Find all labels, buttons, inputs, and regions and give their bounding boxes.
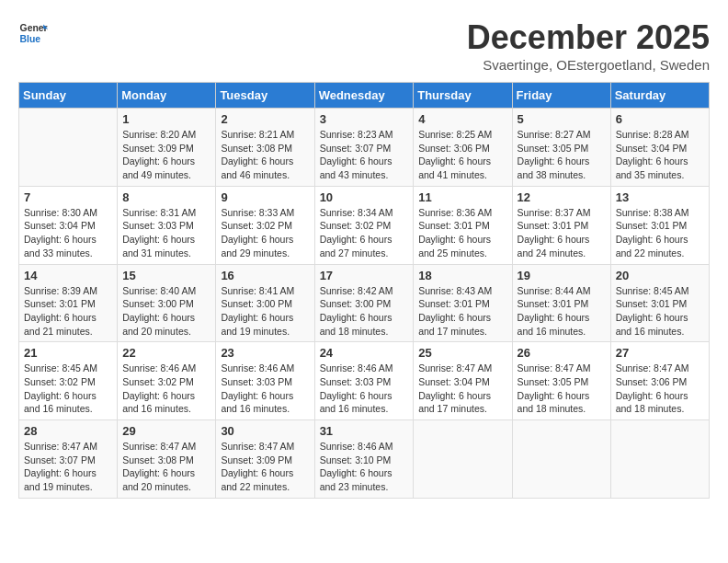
day-number: 24 <box>320 346 409 360</box>
calendar-cell: 25Sunrise: 8:47 AM Sunset: 3:04 PM Dayli… <box>414 342 512 420</box>
calendar-cell: 9Sunrise: 8:33 AM Sunset: 3:02 PM Daylig… <box>216 186 314 264</box>
day-info: Sunrise: 8:40 AM Sunset: 3:00 PM Dayligh… <box>122 284 210 339</box>
calendar-cell: 7Sunrise: 8:30 AM Sunset: 3:04 PM Daylig… <box>19 186 118 264</box>
day-info: Sunrise: 8:31 AM Sunset: 3:03 PM Dayligh… <box>122 206 210 260</box>
calendar-week-4: 28Sunrise: 8:47 AM Sunset: 3:07 PM Dayli… <box>19 420 710 499</box>
calendar-cell: 18Sunrise: 8:43 AM Sunset: 3:01 PM Dayli… <box>414 264 512 342</box>
calendar-cell <box>610 420 709 499</box>
calendar-table: SundayMondayTuesdayWednesdayThursdayFrid… <box>18 82 710 499</box>
calendar-cell: 17Sunrise: 8:42 AM Sunset: 3:00 PM Dayli… <box>314 264 414 342</box>
subtitle: Svaertinge, OEstergoetland, Sweden <box>467 57 710 73</box>
calendar-cell: 2Sunrise: 8:21 AM Sunset: 3:08 PM Daylig… <box>216 109 314 187</box>
day-info: Sunrise: 8:45 AM Sunset: 3:02 PM Dayligh… <box>24 362 112 416</box>
day-info: Sunrise: 8:38 AM Sunset: 3:01 PM Dayligh… <box>616 206 704 260</box>
day-number: 3 <box>320 112 409 126</box>
day-number: 31 <box>320 424 409 438</box>
day-info: Sunrise: 8:46 AM Sunset: 3:10 PM Dayligh… <box>320 440 409 494</box>
calendar-cell: 29Sunrise: 8:47 AM Sunset: 3:08 PM Dayli… <box>118 420 216 499</box>
main-title: December 2025 <box>467 18 710 57</box>
day-info: Sunrise: 8:33 AM Sunset: 3:02 PM Dayligh… <box>221 206 309 260</box>
day-info: Sunrise: 8:39 AM Sunset: 3:01 PM Dayligh… <box>24 284 112 339</box>
day-info: Sunrise: 8:30 AM Sunset: 3:04 PM Dayligh… <box>24 206 112 260</box>
day-number: 22 <box>122 346 210 360</box>
day-info: Sunrise: 8:44 AM Sunset: 3:01 PM Dayligh… <box>518 284 606 339</box>
calendar-cell: 28Sunrise: 8:47 AM Sunset: 3:07 PM Dayli… <box>19 420 118 499</box>
day-info: Sunrise: 8:43 AM Sunset: 3:01 PM Dayligh… <box>418 284 506 339</box>
calendar-cell <box>19 109 118 187</box>
day-number: 9 <box>221 190 309 204</box>
day-number: 23 <box>221 346 309 360</box>
day-number: 4 <box>418 112 506 126</box>
day-info: Sunrise: 8:27 AM Sunset: 3:05 PM Dayligh… <box>518 128 606 182</box>
calendar-week-2: 14Sunrise: 8:39 AM Sunset: 3:01 PM Dayli… <box>19 264 710 342</box>
calendar-cell: 10Sunrise: 8:34 AM Sunset: 3:02 PM Dayli… <box>314 186 414 264</box>
day-info: Sunrise: 8:46 AM Sunset: 3:03 PM Dayligh… <box>320 362 409 416</box>
calendar-cell: 19Sunrise: 8:44 AM Sunset: 3:01 PM Dayli… <box>512 264 610 342</box>
calendar-cell: 31Sunrise: 8:46 AM Sunset: 3:10 PM Dayli… <box>314 420 414 499</box>
calendar-cell: 16Sunrise: 8:41 AM Sunset: 3:00 PM Dayli… <box>216 264 314 342</box>
col-header-wednesday: Wednesday <box>314 83 414 109</box>
day-number: 19 <box>518 269 606 282</box>
day-info: Sunrise: 8:47 AM Sunset: 3:07 PM Dayligh… <box>24 440 112 494</box>
day-info: Sunrise: 8:41 AM Sunset: 3:00 PM Dayligh… <box>221 284 309 339</box>
logo: General Blue <box>18 18 48 48</box>
day-number: 13 <box>616 190 704 204</box>
day-number: 7 <box>24 190 112 204</box>
day-number: 28 <box>24 424 112 438</box>
day-info: Sunrise: 8:47 AM Sunset: 3:08 PM Dayligh… <box>122 440 210 494</box>
logo-icon: General Blue <box>18 18 48 48</box>
day-number: 14 <box>24 269 112 282</box>
calendar-cell: 27Sunrise: 8:47 AM Sunset: 3:06 PM Dayli… <box>610 342 709 420</box>
day-info: Sunrise: 8:46 AM Sunset: 3:02 PM Dayligh… <box>122 362 210 416</box>
day-number: 20 <box>616 269 704 282</box>
page-header: General Blue December 2025 Svaertinge, O… <box>18 18 710 73</box>
day-info: Sunrise: 8:47 AM Sunset: 3:04 PM Dayligh… <box>418 362 506 416</box>
day-number: 2 <box>221 112 309 126</box>
day-info: Sunrise: 8:21 AM Sunset: 3:08 PM Dayligh… <box>221 128 309 182</box>
day-number: 17 <box>320 269 409 282</box>
day-info: Sunrise: 8:36 AM Sunset: 3:01 PM Dayligh… <box>418 206 506 260</box>
calendar-cell: 22Sunrise: 8:46 AM Sunset: 3:02 PM Dayli… <box>118 342 216 420</box>
day-number: 18 <box>418 269 506 282</box>
calendar-cell <box>414 420 512 499</box>
day-number: 15 <box>122 269 210 282</box>
col-header-friday: Friday <box>512 83 610 109</box>
calendar-cell: 4Sunrise: 8:25 AM Sunset: 3:06 PM Daylig… <box>414 109 512 187</box>
calendar-header-row: SundayMondayTuesdayWednesdayThursdayFrid… <box>19 83 710 109</box>
day-number: 25 <box>418 346 506 360</box>
day-number: 6 <box>616 112 704 126</box>
day-info: Sunrise: 8:28 AM Sunset: 3:04 PM Dayligh… <box>616 128 704 182</box>
day-number: 10 <box>320 190 409 204</box>
day-number: 29 <box>122 424 210 438</box>
col-header-thursday: Thursday <box>414 83 512 109</box>
day-number: 30 <box>221 424 309 438</box>
day-info: Sunrise: 8:46 AM Sunset: 3:03 PM Dayligh… <box>221 362 309 416</box>
col-header-sunday: Sunday <box>19 83 118 109</box>
svg-text:Blue: Blue <box>20 34 41 44</box>
calendar-cell: 3Sunrise: 8:23 AM Sunset: 3:07 PM Daylig… <box>314 109 414 187</box>
calendar-week-0: 1Sunrise: 8:20 AM Sunset: 3:09 PM Daylig… <box>19 109 710 187</box>
col-header-tuesday: Tuesday <box>216 83 314 109</box>
col-header-monday: Monday <box>118 83 216 109</box>
day-info: Sunrise: 8:47 AM Sunset: 3:05 PM Dayligh… <box>518 362 606 416</box>
day-info: Sunrise: 8:45 AM Sunset: 3:01 PM Dayligh… <box>616 284 704 339</box>
col-header-saturday: Saturday <box>610 83 709 109</box>
calendar-cell: 11Sunrise: 8:36 AM Sunset: 3:01 PM Dayli… <box>414 186 512 264</box>
day-number: 16 <box>221 269 309 282</box>
day-number: 12 <box>518 190 606 204</box>
day-info: Sunrise: 8:20 AM Sunset: 3:09 PM Dayligh… <box>122 128 210 182</box>
calendar-cell: 21Sunrise: 8:45 AM Sunset: 3:02 PM Dayli… <box>19 342 118 420</box>
day-info: Sunrise: 8:23 AM Sunset: 3:07 PM Dayligh… <box>320 128 409 182</box>
calendar-cell: 6Sunrise: 8:28 AM Sunset: 3:04 PM Daylig… <box>610 109 709 187</box>
day-info: Sunrise: 8:42 AM Sunset: 3:00 PM Dayligh… <box>320 284 409 339</box>
day-number: 1 <box>122 112 210 126</box>
calendar-cell: 1Sunrise: 8:20 AM Sunset: 3:09 PM Daylig… <box>118 109 216 187</box>
day-info: Sunrise: 8:37 AM Sunset: 3:01 PM Dayligh… <box>518 206 606 260</box>
day-info: Sunrise: 8:25 AM Sunset: 3:06 PM Dayligh… <box>418 128 506 182</box>
calendar-cell: 24Sunrise: 8:46 AM Sunset: 3:03 PM Dayli… <box>314 342 414 420</box>
calendar-cell: 26Sunrise: 8:47 AM Sunset: 3:05 PM Dayli… <box>512 342 610 420</box>
day-info: Sunrise: 8:47 AM Sunset: 3:06 PM Dayligh… <box>616 362 704 416</box>
calendar-cell: 12Sunrise: 8:37 AM Sunset: 3:01 PM Dayli… <box>512 186 610 264</box>
day-info: Sunrise: 8:34 AM Sunset: 3:02 PM Dayligh… <box>320 206 409 260</box>
calendar-cell: 23Sunrise: 8:46 AM Sunset: 3:03 PM Dayli… <box>216 342 314 420</box>
